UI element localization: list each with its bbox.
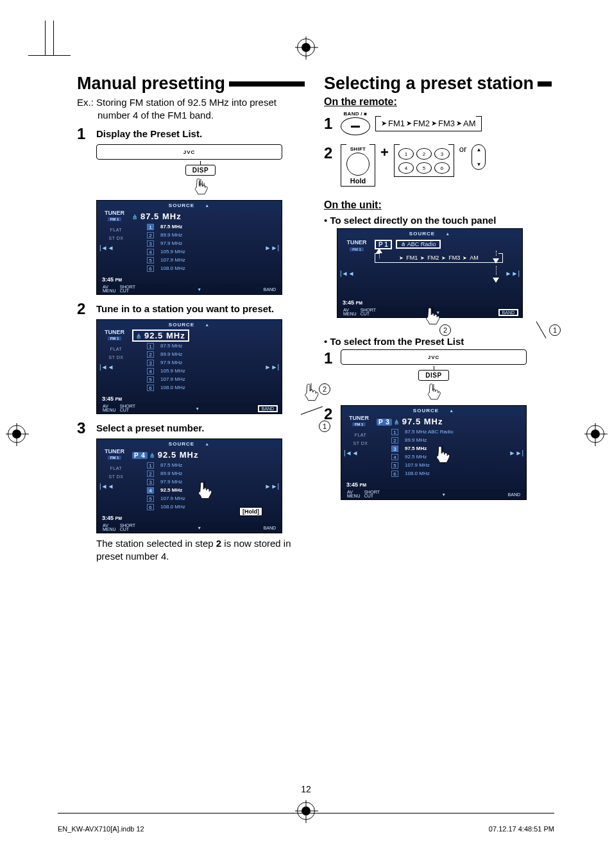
station-name-box[interactable]: ⋔ ABC Radio	[396, 240, 441, 249]
preset-row[interactable]: 5107.9 MHz	[147, 375, 264, 383]
preset-row[interactable]: 397.9 MHz	[147, 239, 264, 247]
band-option: AM	[470, 255, 479, 261]
disp-button[interactable]: DISP	[418, 370, 448, 381]
arrow-icon: ➤	[431, 119, 437, 128]
figure-direct-touch: SOURCE TUNER FM 1 P 1 ⋔ ABC Radio	[337, 228, 552, 318]
remote-step-1: 1 BAND / ■ ➤FM1➤FM2➤FM3➤AM	[324, 112, 552, 135]
flat-label: FLAT	[99, 228, 133, 232]
preset-number: 4	[147, 368, 154, 374]
figure-step3: SOURCE TUNER FM 1 P 4⋔92.5 MHz FLAT ST D…	[96, 438, 305, 563]
band-option: FM3	[448, 255, 460, 261]
brand-logo: JVC	[183, 149, 196, 155]
preset-number: 2	[147, 351, 154, 358]
numpad-key-5[interactable]: 5	[416, 162, 432, 174]
band-button-highlight[interactable]: BAND	[498, 309, 518, 316]
step-2: 2 Tune in to a station you want to prese…	[77, 301, 305, 317]
preset-row[interactable]: 397.9 MHz	[147, 358, 264, 367]
plus-icon: +	[380, 144, 389, 161]
preset-frequency: 108.0 MHz	[401, 471, 508, 476]
preset-row[interactable]: 289.9 MHz	[147, 231, 264, 239]
shift-button[interactable]	[346, 153, 370, 176]
on-the-unit-heading: On the unit:	[324, 199, 552, 211]
heading-text: Manual presetting	[77, 74, 225, 94]
hand-icon	[421, 305, 444, 328]
preset-number: 4	[391, 454, 398, 460]
up-arrow-icon	[205, 203, 210, 208]
band-button[interactable]	[341, 117, 370, 135]
antenna-icon: ⋔	[136, 333, 142, 340]
preset-number: 3	[147, 479, 154, 485]
preset-row[interactable]: 187.5 MHz	[147, 222, 264, 231]
band-button-highlight[interactable]: BAND	[258, 405, 278, 412]
numpad-key-4[interactable]: 4	[398, 162, 414, 174]
preset-frequency: 107.9 MHz	[157, 257, 264, 263]
av-menu-label: AV MENU	[101, 285, 118, 294]
preset-frequency: 87.5 MHz	[157, 224, 264, 230]
band-option: FM2	[413, 119, 430, 128]
band-option: FM2	[427, 255, 439, 261]
hand-press-icon	[423, 381, 445, 403]
heading-text: Selecting a preset station	[324, 74, 534, 94]
arrow-icon: ➤	[463, 255, 467, 261]
numpad-key-2[interactable]: 2	[416, 148, 432, 160]
preset-number: 1	[147, 224, 154, 230]
band-option: FM1	[406, 255, 418, 261]
band-cycle-panel: ➤ FM1 ➤ FM2 ➤ FM3 ➤ AM	[375, 253, 503, 263]
preset-number: 2	[147, 232, 154, 238]
arrow-icon: ➤	[399, 255, 404, 261]
step-2-number: 2	[77, 301, 90, 317]
preset-frequency: 107.9 MHz	[157, 376, 264, 382]
preset-row[interactable]: 4105.9 MHz	[147, 247, 264, 256]
band-label: BAND	[262, 287, 278, 292]
step-3-title: Select a preset number.	[96, 421, 204, 436]
left-column: Manual presetting Ex.: Storing FM statio…	[77, 74, 305, 570]
list-step-2: 2 SOURCE TUNER FM 1 P 3⋔97.5 MHz FLAT ST…	[324, 405, 552, 500]
preset-row[interactable]: 6108.0 MHz	[391, 469, 508, 478]
preset-row[interactable]: 289.9 MHz	[147, 469, 264, 478]
hand-icon	[431, 443, 454, 466]
arrow-icon: ➤	[456, 119, 462, 128]
preset-row[interactable]: 187.5 MHz	[147, 342, 264, 350]
preset-row[interactable]: 5107.9 MHz	[147, 256, 264, 264]
preset-frequency: 97.9 MHz	[157, 360, 264, 365]
antenna-icon: ⋔	[401, 241, 406, 247]
band-button-label: BAND / ■	[343, 112, 367, 117]
preset-row[interactable]: 6108.0 MHz	[147, 383, 264, 392]
up-down-button[interactable]: ▲▼	[472, 144, 486, 170]
step-1-title: Display the Preset List.	[96, 126, 202, 142]
top-icon-bar: JVC	[96, 144, 282, 160]
disp-button[interactable]: DISP	[185, 165, 216, 176]
band-option: FM3	[438, 119, 455, 128]
preset-frequency: 105.9 MHz	[157, 368, 264, 374]
hold-label: Hold	[346, 177, 370, 185]
preset-row[interactable]: 6108.0 MHz	[147, 264, 264, 272]
step-3: 3 Select a preset number.	[77, 421, 305, 436]
band-option: AM	[463, 119, 476, 128]
preset-frequency: 89.9 MHz	[401, 437, 508, 443]
screen-panel-select-list: SOURCE TUNER FM 1 P 3⋔97.5 MHz FLAT ST D…	[341, 405, 527, 500]
preset-badge: P 4	[132, 452, 148, 459]
next-icon: ►►|	[265, 244, 279, 251]
arrow-icon: ➤	[441, 255, 446, 261]
short-cut-label: SHORT CUT	[118, 285, 137, 294]
preset-frequency: 89.9 MHz	[157, 232, 264, 238]
preset-frequency: 87.5 MHz ABC Radio	[401, 429, 508, 435]
remote-step-1-number: 1	[324, 115, 336, 133]
preset-frequency: 97.9 MHz	[157, 240, 264, 246]
preset-number: 5	[147, 257, 154, 263]
heading-rule	[229, 81, 305, 87]
registration-mark-top	[297, 38, 315, 56]
on-the-remote-heading: On the remote:	[324, 96, 552, 108]
numpad-key-3[interactable]: 3	[434, 148, 450, 160]
numpad-key-1[interactable]: 1	[398, 148, 414, 160]
preset-row[interactable]: 4105.9 MHz	[147, 367, 264, 375]
screen-panel-preset-list: SOURCE TUNER FM 1 ⋔87.5 MHz FLAT ST DX 1…	[96, 200, 282, 295]
callout-1: 1	[549, 324, 561, 336]
band-option: FM1	[388, 119, 405, 128]
preset-row[interactable]: 289.9 MHz	[147, 350, 264, 358]
preset-row[interactable]: 187.5 MHz ABC Radio	[391, 428, 508, 436]
crop-mark	[45, 21, 71, 56]
numpad-key-6[interactable]: 6	[434, 162, 450, 174]
preset-row[interactable]: 187.5 MHz	[147, 461, 264, 469]
preset-number: 3	[147, 240, 154, 247]
